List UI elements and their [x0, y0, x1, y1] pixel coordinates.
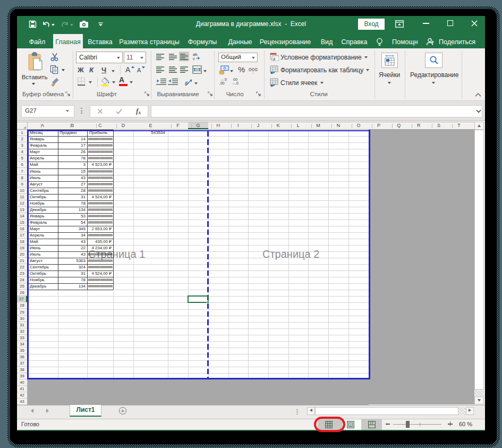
svg-text:≠: ≠: [273, 56, 276, 62]
svg-text:→,0: →,0: [232, 81, 239, 85]
svg-text:00: 00: [233, 78, 237, 81]
svg-text:,00: ,00: [219, 81, 225, 85]
svg-text:ab: ab: [185, 80, 190, 87]
svg-text:←0: ←0: [221, 78, 227, 81]
svg-text:c: c: [193, 56, 195, 61]
